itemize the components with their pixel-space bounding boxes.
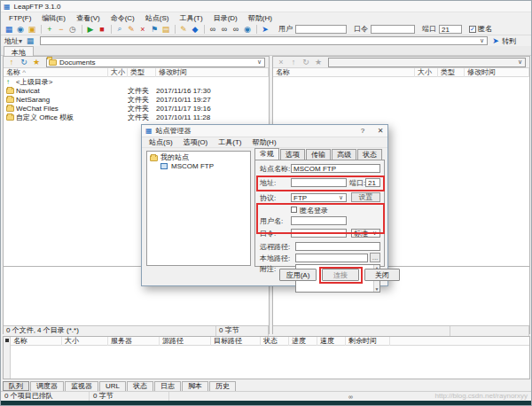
menu-help[interactable]: 帮助(H) bbox=[244, 12, 277, 24]
favorites-icon[interactable]: ★ bbox=[313, 58, 324, 67]
menu-site[interactable]: 站点(S) bbox=[141, 12, 174, 24]
column-header-size[interactable]: 大小 bbox=[108, 68, 128, 77]
queue-column-target[interactable]: 目标路径 bbox=[211, 337, 261, 346]
web-icon[interactable]: ◉ bbox=[242, 24, 253, 34]
queue-column-source[interactable]: 源路径 bbox=[160, 337, 211, 346]
username-input[interactable] bbox=[291, 216, 347, 225]
browse-button[interactable]: ... bbox=[370, 253, 380, 262]
dialog-menu-site[interactable]: 站点(S) bbox=[145, 137, 177, 148]
refresh-icon[interactable]: ↻ bbox=[301, 58, 311, 67]
site-manager-icon[interactable]: ▦ bbox=[4, 24, 14, 34]
find-file-icon[interactable]: ∞ bbox=[231, 24, 241, 34]
up-directory-icon[interactable]: ↑ bbox=[288, 58, 299, 67]
menu-ftp[interactable]: FTP(F) bbox=[4, 13, 35, 23]
tab-monitor[interactable]: 监视器 bbox=[65, 381, 98, 391]
help-button[interactable]: ? bbox=[356, 126, 370, 137]
queue-column-remaining[interactable]: 剩余时间 bbox=[346, 337, 390, 346]
address-dropdown-icon[interactable]: ▾ bbox=[19, 37, 22, 45]
favorites-icon[interactable]: ★ bbox=[31, 58, 42, 67]
tree-item-my-sites[interactable]: 我的站点 bbox=[149, 153, 248, 162]
tab-transfer[interactable]: 传输 bbox=[306, 149, 331, 160]
remote-path-combo[interactable]: ∨ bbox=[328, 58, 526, 67]
address-input[interactable]: ∨ bbox=[40, 36, 488, 45]
port-input[interactable]: 21 bbox=[365, 178, 380, 187]
list-item-folder[interactable]: Navicat 文件夹 2017/11/16 17:30 bbox=[4, 87, 269, 95]
quick-password-input[interactable] bbox=[371, 25, 415, 34]
tab-status[interactable]: 状态 bbox=[127, 381, 153, 391]
tab-scheduler[interactable]: 调度器 bbox=[30, 381, 64, 391]
dialog-menu-help[interactable]: 帮助(H) bbox=[247, 137, 280, 148]
tree-item-site[interactable]: MSCOM FTP bbox=[160, 162, 248, 171]
close-icon[interactable]: ✕ bbox=[373, 126, 387, 137]
queue-column-server[interactable]: 服务器 bbox=[108, 337, 160, 346]
quick-port-input[interactable]: 21 bbox=[439, 25, 462, 34]
queue-column-progress[interactable]: 进度 bbox=[289, 337, 317, 346]
column-header-name[interactable]: 名称 bbox=[273, 68, 415, 77]
dialog-menu-options[interactable]: 选项(O) bbox=[179, 137, 213, 148]
tab-script[interactable]: 脚本 bbox=[182, 381, 208, 391]
tab-state[interactable]: 状态 bbox=[357, 149, 382, 160]
column-header-name[interactable]: 名称 ^ bbox=[4, 68, 108, 77]
schedule-icon[interactable]: ◷ bbox=[67, 24, 78, 34]
column-header-size[interactable]: 大小 bbox=[415, 68, 438, 77]
find-site-icon[interactable]: ∞ bbox=[207, 24, 218, 34]
add-site-icon[interactable]: + bbox=[44, 24, 55, 34]
anonymous-checkbox[interactable]: ✓ bbox=[469, 26, 476, 33]
password-input[interactable] bbox=[291, 229, 347, 238]
connect-button[interactable]: 连接 bbox=[322, 269, 359, 281]
stop-transfer-icon[interactable]: ■ bbox=[97, 24, 107, 34]
start-transfer-icon[interactable]: ▶ bbox=[85, 24, 96, 34]
menu-view[interactable]: 查看(V) bbox=[72, 12, 105, 24]
queue-column-size[interactable]: 大小 bbox=[62, 337, 108, 346]
close-button[interactable]: 关闭 bbox=[364, 269, 400, 281]
tab-options[interactable]: 选项 bbox=[280, 149, 305, 160]
remove-site-icon[interactable]: − bbox=[56, 24, 66, 34]
password-mode-combo[interactable]: 标准 ∨ bbox=[351, 229, 380, 238]
list-item-parent-dir[interactable]: ↑ <上级目录> bbox=[4, 78, 269, 86]
dialog-menu-tools[interactable]: 工具(T) bbox=[214, 137, 246, 148]
tab-log[interactable]: 日志 bbox=[154, 381, 181, 391]
tab-general[interactable]: 常规 bbox=[254, 148, 279, 160]
settings-button[interactable]: 设置 bbox=[351, 192, 380, 202]
delete-icon[interactable]: × bbox=[137, 24, 148, 34]
column-header-type[interactable]: 类型 bbox=[128, 68, 156, 77]
apply-button[interactable]: 应用(A) bbox=[279, 269, 317, 281]
find-server-icon[interactable]: ∞ bbox=[219, 24, 230, 34]
menu-directory[interactable]: 目录(D) bbox=[209, 12, 242, 24]
local-path-input[interactable] bbox=[295, 254, 368, 262]
search-icon[interactable]: ⌕ bbox=[114, 24, 125, 34]
go-label[interactable]: 转到 bbox=[502, 36, 516, 46]
refresh-icon[interactable]: ↻ bbox=[19, 58, 29, 67]
menu-tools[interactable]: 工具(T) bbox=[175, 12, 207, 24]
menu-command[interactable]: 命令(C) bbox=[106, 12, 139, 24]
tab-queue[interactable]: 队列 bbox=[3, 381, 29, 391]
tab-url[interactable]: URL bbox=[99, 381, 126, 391]
folder-view-icon[interactable]: ▣ bbox=[27, 24, 37, 34]
anonymous-login-checkbox[interactable] bbox=[291, 207, 297, 213]
edit-icon[interactable]: ✎ bbox=[126, 24, 137, 34]
site-name-input[interactable]: MSCOM FTP bbox=[291, 164, 380, 173]
folders-icon[interactable]: ▤ bbox=[160, 24, 171, 34]
view-options-icon[interactable]: ◉ bbox=[15, 24, 26, 34]
column-header-modified[interactable]: 修改时间 bbox=[465, 68, 529, 77]
go-icon[interactable]: ➤ bbox=[490, 36, 501, 46]
column-header-type[interactable]: 类型 bbox=[438, 68, 465, 77]
flag-icon[interactable]: ⚑ bbox=[149, 24, 160, 34]
list-item-folder[interactable]: NetSarang 文件夹 2017/10/11 19:27 bbox=[4, 96, 269, 104]
scroll-down-icon[interactable]: ▼ bbox=[375, 286, 379, 292]
remote-path-input[interactable] bbox=[295, 242, 380, 251]
list-item-folder[interactable]: WeChat Files 文件夹 2017/11/17 19:16 bbox=[4, 105, 269, 113]
address-combo-arrow-icon[interactable]: ∨ bbox=[478, 37, 486, 44]
rename-icon[interactable]: ✎ bbox=[178, 24, 189, 34]
transfer-mode-icon[interactable]: ➤ bbox=[260, 24, 270, 34]
tab-history[interactable]: 历史 bbox=[209, 381, 236, 391]
queue-column-speed[interactable]: 速度 bbox=[317, 337, 346, 346]
column-header-modified[interactable]: 修改时间 bbox=[156, 68, 269, 77]
tab-local[interactable]: 本地 bbox=[4, 46, 34, 56]
local-path-combo[interactable]: Documents ∨ bbox=[46, 58, 265, 67]
quick-user-input[interactable] bbox=[295, 25, 347, 34]
queue-column-status[interactable]: 状态 bbox=[261, 337, 289, 346]
protocol-combo[interactable]: FTP ∨ bbox=[291, 193, 347, 202]
local-path-combo-arrow-icon[interactable]: ∨ bbox=[255, 59, 263, 66]
up-directory-icon[interactable]: ↑ bbox=[6, 58, 17, 67]
